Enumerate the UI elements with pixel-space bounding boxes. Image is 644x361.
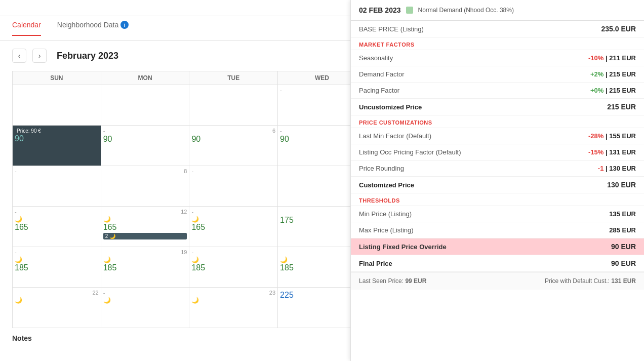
moon-icon: 🌙 [191, 297, 199, 304]
pricing-popup: 02 FEB 2023 Normal Demand (Nhood Occ. 38… [350, 0, 644, 361]
last-seen-text: Last Seen Price: 99 EUR [359, 277, 426, 285]
max-price-value: 285 EUR [609, 226, 636, 234]
last-min-value: -28% | 155 EUR [588, 132, 636, 140]
uncustomized-label: Uncustomized Price [359, 103, 422, 111]
last-min-label: Last Min Factor (Default) [359, 132, 431, 140]
moon-icon: 🌙 [103, 216, 111, 223]
min-price-row: Min Price (Listing) 135 EUR [351, 206, 644, 222]
customized-value: 130 EUR [607, 181, 636, 189]
calendar-title: February 2023 [57, 51, 118, 61]
calendar-cell[interactable]: 6 90 [189, 126, 278, 166]
calendar-cell[interactable] [189, 85, 278, 126]
col-sun: SUN [13, 71, 101, 85]
popup-header: 02 FEB 2023 Normal Demand (Nhood Occ. 38… [351, 0, 644, 21]
last-min-row: Last Min Factor (Default) -28% | 155 EUR [351, 128, 644, 144]
pacing-row: Pacing Factor +0% | 215 EUR [351, 83, 644, 99]
price-rounding-label: Price Rounding [359, 165, 404, 172]
min-price-value: 135 EUR [609, 210, 636, 218]
moon-icon: 🌙 [191, 216, 199, 223]
demand-factor-value: +2% | 215 EUR [590, 70, 636, 78]
calendar-cell[interactable]: - [13, 166, 101, 207]
popup-footer: Last Seen Price: 99 EUR Price with Defau… [351, 272, 644, 290]
moon-icon: 🌙 [15, 216, 22, 223]
uncustomized-row: Uncustomized Price 215 EUR [351, 99, 644, 115]
customized-label: Customized Price [359, 181, 414, 189]
demand-factor-row: Demand Factor +2% | 215 EUR [351, 66, 644, 83]
final-price-label: Final Price [359, 260, 392, 267]
demand-factor-label: Demand Factor [359, 70, 405, 78]
moon-icon: 🌙 [280, 256, 288, 263]
col-tue: TUE [189, 71, 278, 85]
calendar-cell[interactable]: 8 [101, 166, 189, 207]
col-mon: MON [101, 71, 189, 85]
moon-icon: 🌙 [15, 256, 22, 263]
price-tag-selected: Price: 90 € [15, 128, 99, 134]
demand-label: Normal Demand (Nhood Occ. 38%) [418, 7, 514, 14]
next-month-button[interactable]: › [32, 49, 47, 63]
moon-icon: 🌙 [103, 256, 111, 263]
max-price-label: Max Price (Listing) [359, 226, 414, 234]
tab-neighborhood[interactable]: Neighborhood Data i [57, 21, 129, 36]
calendar-cell[interactable]: 12 🌙 165 2 🌙 [101, 207, 189, 247]
calendar-cell[interactable]: Price: 90 € 90 [13, 126, 101, 166]
calendar-cell[interactable]: 22 🌙 [13, 288, 101, 328]
tab-calendar[interactable]: Calendar [12, 21, 41, 36]
listing-occ-value: -15% | 131 EUR [588, 148, 636, 156]
pacing-value: +0% | 215 EUR [590, 87, 636, 94]
fixed-override-label: Listing Fixed Price Override [359, 243, 447, 251]
final-price-value: 90 EUR [611, 259, 636, 267]
moon-icon: 🌙 [15, 297, 22, 304]
calendar-cell[interactable]: - 90 [101, 126, 189, 166]
seasonality-row: Seasonality -10% | 211 EUR [351, 50, 644, 66]
fixed-override-row: Listing Fixed Price Override 90 EUR [351, 238, 644, 255]
calendar-cell[interactable] [13, 85, 101, 126]
calendar-cell[interactable] [101, 85, 189, 126]
base-price-row: BASE PRICE (Listing) 235.0 EUR [351, 21, 644, 37]
thresholds-title: THRESHOLDS [351, 193, 644, 206]
prev-month-button[interactable]: ‹ [12, 49, 26, 63]
uncustomized-value: 215 EUR [607, 103, 636, 111]
calendar-cell[interactable]: - 🌙 165 [13, 207, 101, 247]
customized-price-row: Customized Price 130 EUR [351, 177, 644, 193]
demand-badge [406, 7, 413, 14]
fixed-override-value: 90 EUR [611, 243, 636, 251]
moon-icon: 🌙 [191, 256, 199, 263]
price-rounding-row: Price Rounding -1 | 130 EUR [351, 161, 644, 177]
calendar-cell[interactable]: - 🌙 165 [189, 207, 278, 247]
max-price-row: Max Price (Listing) 285 EUR [351, 222, 644, 238]
calendar-cell[interactable]: - 🌙 185 [13, 247, 101, 288]
min-price-label: Min Price (Listing) [359, 210, 412, 218]
listing-occ-row: Listing Occ Pricing Factor (Default) -15… [351, 144, 644, 161]
price-rounding-value: -1 | 130 EUR [598, 165, 636, 172]
calendar-cell[interactable]: - 🌙 185 [189, 247, 278, 288]
base-price-label: BASE PRICE (Listing) [359, 25, 424, 33]
price-cust-title: PRICE CUSTOMIZATIONS [351, 115, 644, 128]
default-cust-text: Price with Default Cust.: 131 EUR [545, 277, 636, 285]
final-price-row: Final Price 90 EUR [351, 255, 644, 272]
info-icon: i [120, 21, 129, 29]
seasonality-value: -10% | 211 EUR [588, 54, 636, 62]
booking-bar: 2 🌙 [103, 233, 187, 239]
seasonality-label: Seasonality [359, 54, 393, 62]
calendar-cell[interactable]: - [189, 166, 278, 207]
base-price-value: 235.0 EUR [601, 25, 636, 33]
moon-icon: 🌙 [103, 297, 111, 304]
listing-occ-label: Listing Occ Pricing Factor (Default) [359, 148, 461, 156]
market-factors-title: MARKET FACTORS [351, 37, 644, 50]
pacing-label: Pacing Factor [359, 87, 399, 94]
calendar-cell[interactable]: - 🌙 [101, 288, 189, 328]
calendar-cell[interactable]: 19 🌙 185 [101, 247, 189, 288]
calendar-cell[interactable]: 23 🌙 [189, 288, 278, 328]
popup-date: 02 FEB 2023 [359, 6, 401, 14]
